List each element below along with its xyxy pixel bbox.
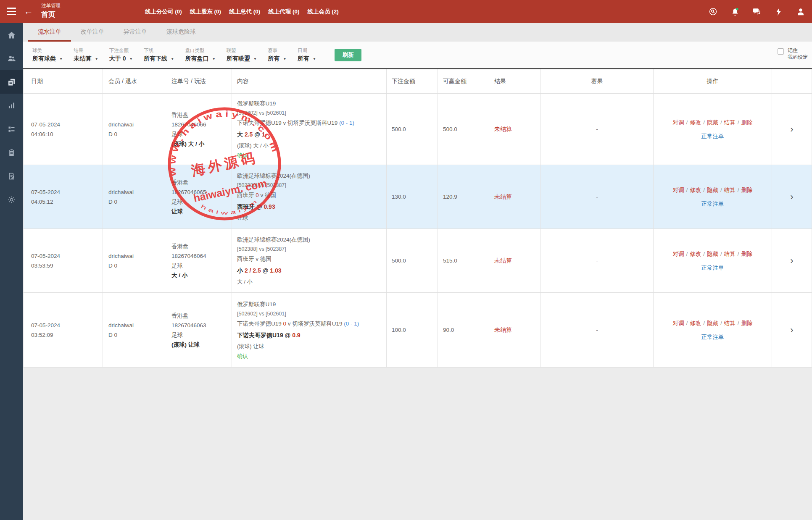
nav-online-shareholder[interactable]: 线上股东 (0): [190, 8, 221, 16]
op-separator: /: [686, 119, 688, 126]
main-content: 流水注单 改单注单 异常注单 滚球危险球 球类 所有球类▼ 结果 未结算▼ 下注…: [23, 23, 812, 520]
bar-chart-icon: [7, 101, 16, 110]
op-settle-link[interactable]: 结算: [724, 119, 736, 126]
cell-result: 未结算: [489, 94, 541, 165]
bet-type: (滚球) 大 / 小: [237, 141, 383, 150]
tab-live-danger-ball[interactable]: 滚球危险球: [157, 23, 206, 42]
filter-result-select[interactable]: 未结算▼: [74, 55, 98, 63]
op-swap-link[interactable]: 对调: [672, 119, 684, 126]
op-hide-link[interactable]: 隐藏: [707, 119, 718, 126]
app-root: ← 注单管理 首页 线上分公司 (0) 线上股东 (0) 线上总代 (0) 线上…: [0, 0, 812, 520]
remember-checkbox[interactable]: [778, 48, 784, 55]
sidebar-item-reports[interactable]: [0, 94, 23, 117]
filter-league-select[interactable]: 所有联盟▼: [227, 55, 257, 63]
sidebar-item-home[interactable]: [0, 23, 23, 47]
sidebar-item-records[interactable]: [0, 141, 23, 164]
op-separator: /: [686, 187, 688, 193]
op-settle-link[interactable]: 结算: [724, 251, 736, 257]
filter-event-select[interactable]: 所有▼: [268, 55, 286, 63]
op-delete-link[interactable]: 删除: [741, 119, 753, 126]
quick-actions-bolt-icon[interactable]: [774, 7, 783, 16]
sidebar-item-logs[interactable]: [0, 164, 23, 188]
sidebar-item-members[interactable]: [0, 47, 23, 70]
normal-order-link[interactable]: 正常注单: [701, 199, 724, 209]
confirm-link[interactable]: 确认: [237, 152, 248, 158]
op-separator: /: [686, 320, 688, 326]
header-icons: [709, 0, 805, 23]
op-edit-link[interactable]: 修改: [690, 320, 701, 326]
search-icon[interactable]: [709, 7, 718, 16]
col-header-bet-no: 注单号 / 玩法: [165, 69, 232, 93]
op-delete-link[interactable]: 删除: [741, 251, 753, 257]
filter-label: 下注金额: [109, 47, 133, 54]
op-swap-link[interactable]: 对调: [672, 320, 684, 326]
op-edit-link[interactable]: 修改: [690, 187, 701, 193]
filter-downline-select[interactable]: 所有下线▼: [144, 55, 174, 63]
cell-content: 俄罗斯联赛U19 [502602] vs [502601] 下诺夫哥罗德U19 …: [232, 94, 387, 165]
row-expand-chevron[interactable]: ›: [790, 256, 793, 265]
refresh-button[interactable]: 刷新: [335, 49, 361, 61]
filter-label: 结果: [74, 47, 98, 54]
op-settle-link[interactable]: 结算: [724, 187, 736, 193]
op-settle-link[interactable]: 结算: [724, 320, 736, 326]
filter-ball-type-select[interactable]: 所有球类▼: [32, 55, 63, 63]
home-icon: [7, 31, 16, 39]
confirm-link[interactable]: 确认: [237, 353, 248, 359]
tab-changed-orders[interactable]: 改单注单: [71, 23, 114, 42]
score-link[interactable]: (0 - 1): [344, 320, 359, 327]
filter-date-select[interactable]: 所有▼: [298, 55, 316, 63]
notifications-bell-icon[interactable]: [730, 7, 740, 16]
filter-event: 赛事 所有▼: [268, 47, 286, 63]
row-expand-chevron[interactable]: ›: [790, 326, 793, 335]
nav-online-member[interactable]: 线上会员 (2): [308, 8, 339, 16]
back-arrow-icon[interactable]: ←: [24, 5, 33, 17]
nav-online-agent[interactable]: 线上代理 (0): [268, 8, 299, 16]
gear-icon: [7, 195, 16, 204]
hamburger-menu-icon[interactable]: [7, 8, 16, 15]
cell-match-result: -: [541, 229, 654, 292]
filter-league: 联盟 所有联盟▼: [227, 47, 257, 63]
row-expand-chevron[interactable]: ›: [790, 125, 793, 134]
op-separator: /: [738, 320, 739, 326]
match-ids: [502388] vs [502387]: [237, 244, 383, 254]
sidebar-item-orders[interactable]: [0, 70, 23, 94]
match-line: 下诺夫哥罗德U19 v 切塔罗沃莫斯科U19 (0 - 1): [237, 118, 383, 128]
cell-bet-number: 香港盘 18267046065 足球 让球: [165, 165, 232, 228]
caret-down-icon: ▼: [313, 57, 316, 61]
nav-online-master-agent[interactable]: 线上总代 (0): [229, 8, 260, 16]
col-header-member: 会员 / 退水: [103, 69, 165, 93]
league-name: 俄罗斯联赛U19: [237, 299, 383, 309]
match-line: 下诺夫哥罗德U19 0 v 切塔罗沃莫斯科U19 (0 - 1): [237, 319, 383, 328]
op-swap-link[interactable]: 对调: [672, 251, 684, 257]
op-edit-link[interactable]: 修改: [690, 119, 701, 126]
tab-running-orders[interactable]: 流水注单: [28, 23, 71, 42]
tab-abnormal-orders[interactable]: 异常注单: [114, 23, 157, 42]
content-filler: [23, 368, 812, 497]
op-edit-link[interactable]: 修改: [690, 251, 701, 257]
normal-order-link[interactable]: 正常注单: [701, 332, 724, 342]
filter-bet-amount-select[interactable]: 大于 0▼: [109, 55, 133, 63]
score-link[interactable]: (0 - 1): [339, 120, 354, 126]
op-hide-link[interactable]: 隐藏: [707, 251, 718, 257]
messages-icon[interactable]: [752, 7, 762, 16]
normal-order-link[interactable]: 正常注单: [701, 131, 724, 141]
op-separator: /: [720, 251, 722, 257]
profile-user-icon[interactable]: [796, 7, 805, 16]
cell-winnable: 90.0: [438, 293, 489, 367]
op-delete-link[interactable]: 删除: [741, 187, 753, 193]
op-hide-link[interactable]: 隐藏: [707, 187, 718, 193]
cell-stake: 130.0: [387, 165, 438, 228]
op-hide-link[interactable]: 隐藏: [707, 320, 718, 326]
sidebar-item-menu[interactable]: [0, 117, 23, 141]
page-title: 首页: [41, 10, 61, 19]
caret-down-icon: ▼: [283, 57, 286, 61]
row-expand-chevron[interactable]: ›: [790, 192, 793, 202]
nav-online-branch[interactable]: 线上分公司 (0): [145, 8, 182, 16]
sidebar-item-settings[interactable]: [0, 188, 23, 211]
op-delete-link[interactable]: 删除: [741, 320, 753, 326]
cell-stake: 100.0: [387, 293, 438, 367]
match-line: 西班牙 0 v 德国: [237, 190, 383, 200]
normal-order-link[interactable]: 正常注单: [701, 263, 724, 273]
filter-market-type-select[interactable]: 所有盘口▼: [185, 55, 215, 63]
op-swap-link[interactable]: 对调: [672, 187, 684, 193]
